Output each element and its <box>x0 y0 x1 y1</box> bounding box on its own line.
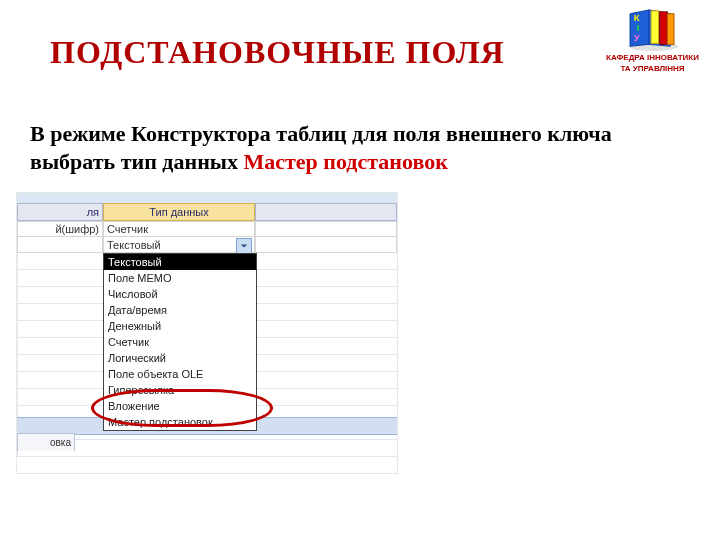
grid-header-fieldname: ля <box>17 203 103 221</box>
svg-rect-3 <box>667 14 674 45</box>
dropdown-item[interactable]: Счетчик <box>104 334 256 350</box>
logo-text-line1: КАФЕДРА ІННОВАТИКИ <box>605 54 700 63</box>
logo-book-icon: К І У <box>624 8 682 52</box>
paragraph-highlight: Мастер подстановок <box>243 149 447 174</box>
field-name-cell[interactable]: й(шифр) <box>17 221 103 237</box>
logo: К І У КАФЕДРА ІННОВАТИКИ ТА УПРАВЛІННЯ <box>605 8 700 74</box>
datatype-dropdown[interactable]: Текстовый Поле МЕМО Числовой Дата/время … <box>103 253 257 431</box>
dropdown-arrow-icon[interactable] <box>236 238 252 254</box>
datatype-combo-value: Текстовый <box>107 239 161 251</box>
dropdown-item[interactable]: Текстовый <box>104 254 256 270</box>
field-name-cell[interactable] <box>17 237 103 253</box>
svg-rect-2 <box>659 12 667 45</box>
dropdown-item[interactable]: Гиперссылка <box>104 382 256 398</box>
dropdown-item[interactable]: Числовой <box>104 286 256 302</box>
page-title: ПОДСТАНОВОЧНЫЕ ПОЛЯ <box>50 34 505 71</box>
grid-header-desc <box>255 203 397 221</box>
properties-tab[interactable]: овка <box>17 433 75 451</box>
desc-cell[interactable] <box>255 237 397 253</box>
grid-header-datatype[interactable]: Тип данных <box>103 203 255 221</box>
dropdown-item[interactable]: Логический <box>104 350 256 366</box>
grid-header-row: ля Тип данных <box>17 203 397 221</box>
desc-cell[interactable] <box>255 221 397 237</box>
dropdown-item[interactable]: Поле МЕМО <box>104 270 256 286</box>
dropdown-item-lookup-wizard[interactable]: Мастер подстановок. <box>104 414 256 430</box>
svg-text:У: У <box>633 32 640 43</box>
body-paragraph: В режиме Конструктора таблиц для поля вн… <box>30 120 690 175</box>
dropdown-item[interactable]: Дата/время <box>104 302 256 318</box>
svg-rect-1 <box>651 11 659 44</box>
logo-text-line2: ТА УПРАВЛІННЯ <box>605 65 700 74</box>
dropdown-item[interactable]: Поле объекта OLE <box>104 366 256 382</box>
datatype-combo[interactable]: Текстовый <box>103 237 255 253</box>
dropdown-item[interactable]: Денежный <box>104 318 256 334</box>
datatype-cell[interactable]: Счетчик <box>103 221 255 237</box>
dropdown-item[interactable]: Вложение <box>104 398 256 414</box>
access-screenshot: ля Тип данных й(шифр) Счетчик Текстовый <box>16 192 398 474</box>
